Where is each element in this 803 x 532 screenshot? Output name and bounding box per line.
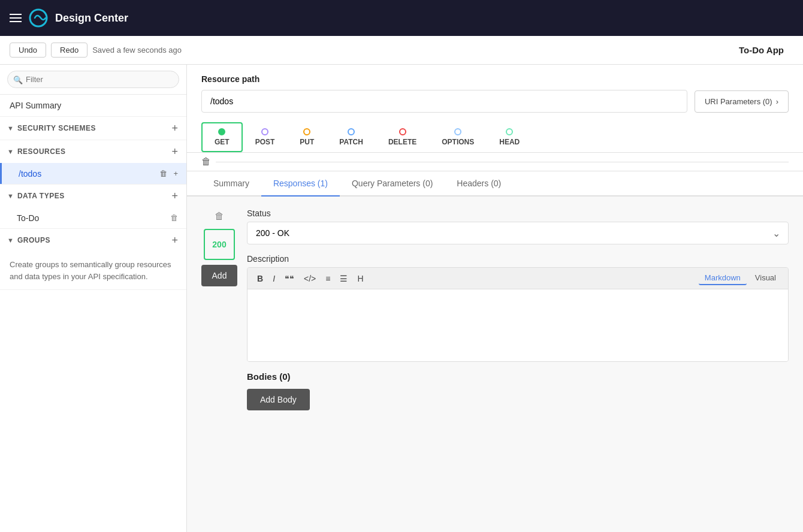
tabs-row: Summary Responses (1) Query Parameters (… xyxy=(187,171,803,197)
filter-area: 🔍 xyxy=(0,65,186,95)
filter-input[interactable] xyxy=(7,71,179,88)
bodies-section: Bodies (0) Add Body xyxy=(247,371,789,410)
sidebar-section-resources: ▼ RESOURCES + /todos 🗑 + xyxy=(0,140,186,185)
put-dot-icon xyxy=(303,128,310,135)
get-label: GET xyxy=(215,138,230,146)
sidebar-section-data-types-header[interactable]: ▼ DATA TYPES + xyxy=(0,185,186,207)
response-status-badge: 200 xyxy=(204,229,235,260)
groups-chevron-icon: ▼ xyxy=(7,237,14,244)
italic-button[interactable]: I xyxy=(269,272,279,285)
sidebar-item-todo[interactable]: To-Do 🗑 xyxy=(0,207,186,228)
toolbar: Undo Redo Saved a few seconds ago To-Do … xyxy=(0,36,803,65)
visual-tab[interactable]: Visual xyxy=(749,271,782,285)
method-options-button[interactable]: OPTIONS xyxy=(429,123,487,152)
security-chevron-icon: ▼ xyxy=(7,125,14,132)
sidebar-section-security: ▼ SECURITY SCHEMES + xyxy=(0,117,186,140)
sidebar-section-groups: ▼ GROUPS + Create groups to semantically… xyxy=(0,229,186,290)
response-delete-button[interactable]: 🗑 xyxy=(212,208,227,224)
app-name: To-Do App xyxy=(739,45,784,55)
sidebar-section-security-header[interactable]: ▼ SECURITY SCHEMES + xyxy=(0,117,186,140)
redo-button[interactable]: Redo xyxy=(51,43,87,58)
method-post-button[interactable]: POST xyxy=(243,123,288,152)
tab-summary[interactable]: Summary xyxy=(201,171,261,197)
resources-section-title: RESOURCES xyxy=(17,147,167,156)
groups-add-button[interactable]: + xyxy=(170,235,179,246)
filter-search-icon: 🔍 xyxy=(13,75,23,84)
response-sidebar: 🗑 200 Add xyxy=(201,208,237,520)
add-response-button[interactable]: Add xyxy=(201,265,237,286)
options-label: OPTIONS xyxy=(442,138,474,146)
groups-desc-text: Create groups to semantically group reso… xyxy=(10,260,171,281)
status-label: Status xyxy=(247,208,789,218)
bold-button[interactable]: B xyxy=(253,272,267,285)
groups-section-title: GROUPS xyxy=(17,236,167,244)
tab-responses-label: Responses (1) xyxy=(273,179,328,188)
method-put-button[interactable]: PUT xyxy=(287,123,327,152)
description-label: Description xyxy=(247,254,789,264)
tab-headers[interactable]: Headers (0) xyxy=(445,171,513,197)
sidebar-item-todos[interactable]: /todos 🗑 + xyxy=(0,163,186,184)
todo-delete-button[interactable]: 🗑 xyxy=(169,212,179,223)
tab-summary-label: Summary xyxy=(213,179,249,188)
data-types-chevron-icon: ▼ xyxy=(7,192,14,200)
get-dot-icon xyxy=(218,128,225,135)
svg-point-0 xyxy=(30,10,47,26)
status-group: Status 200 - OK xyxy=(247,208,789,244)
tab-query-params[interactable]: Query Parameters (0) xyxy=(340,171,445,197)
todos-delete-button[interactable]: 🗑 xyxy=(158,168,168,179)
resource-path-row: URI Parameters (0) › xyxy=(201,90,789,113)
post-dot-icon xyxy=(261,128,268,135)
bodies-title: Bodies (0) xyxy=(247,371,789,382)
undo-button[interactable]: Undo xyxy=(10,43,46,58)
head-label: HEAD xyxy=(499,138,520,146)
head-dot-icon xyxy=(506,128,513,135)
add-body-button[interactable]: Add Body xyxy=(247,389,310,410)
main-content: Resource path URI Parameters (0) › GET P… xyxy=(187,65,803,532)
method-delete-button[interactable]: DELETE xyxy=(376,123,429,152)
todos-add-button[interactable]: + xyxy=(172,168,179,179)
options-dot-icon xyxy=(454,128,461,135)
sidebar-section-groups-header[interactable]: ▼ GROUPS + xyxy=(0,229,186,252)
divider-row: 🗑 xyxy=(187,153,803,171)
delete-method-button[interactable]: 🗑 xyxy=(201,156,211,167)
data-types-section-title: DATA TYPES xyxy=(17,192,167,200)
response-form: Status 200 - OK Description B I ❝❝ xyxy=(247,208,789,520)
description-editor: B I ❝❝ </> ≡ ☰ H Markdown Visual xyxy=(247,267,789,362)
main-layout: 🔍 API Summary ▼ SECURITY SCHEMES + ▼ RES… xyxy=(0,65,803,532)
todos-label: /todos xyxy=(19,169,158,179)
tab-headers-label: Headers (0) xyxy=(457,179,501,188)
method-get-button[interactable]: GET xyxy=(201,122,243,152)
menu-icon[interactable] xyxy=(10,14,22,22)
app-title: Design Center xyxy=(55,12,128,25)
tab-responses[interactable]: Responses (1) xyxy=(261,171,340,197)
topbar: Design Center xyxy=(0,0,803,36)
sidebar-item-api-summary[interactable]: API Summary xyxy=(0,95,186,117)
method-patch-button[interactable]: PATCH xyxy=(327,123,376,152)
sidebar-section-data-types: ▼ DATA TYPES + To-Do 🗑 xyxy=(0,185,186,229)
data-types-add-button[interactable]: + xyxy=(170,191,179,201)
markdown-tab[interactable]: Markdown xyxy=(699,271,747,285)
resources-chevron-icon: ▼ xyxy=(7,148,14,155)
status-select[interactable]: 200 - OK xyxy=(247,222,789,244)
sidebar-section-resources-header[interactable]: ▼ RESOURCES + xyxy=(0,140,186,163)
put-label: PUT xyxy=(300,138,314,146)
api-summary-label: API Summary xyxy=(10,101,61,110)
method-head-button[interactable]: HEAD xyxy=(487,123,532,152)
resources-add-button[interactable]: + xyxy=(170,146,179,157)
code-button[interactable]: </> xyxy=(300,272,319,285)
todos-actions: 🗑 + xyxy=(158,168,179,179)
tab-query-params-label: Query Parameters (0) xyxy=(352,179,433,188)
uri-params-button[interactable]: URI Parameters (0) › xyxy=(695,90,789,113)
logo-icon xyxy=(29,8,48,28)
patch-dot-icon xyxy=(348,128,355,135)
resource-path-input[interactable] xyxy=(201,90,687,113)
resource-path-label: Resource path xyxy=(201,74,789,84)
description-body[interactable] xyxy=(247,289,788,361)
quote-button[interactable]: ❝❝ xyxy=(281,272,298,285)
ordered-list-button[interactable]: ≡ xyxy=(322,272,334,285)
uri-params-chevron-icon: › xyxy=(776,97,778,106)
unordered-list-button[interactable]: ☰ xyxy=(336,272,351,285)
security-section-title: SECURITY SCHEMES xyxy=(17,124,167,132)
heading-button[interactable]: H xyxy=(354,272,367,285)
security-add-button[interactable]: + xyxy=(170,123,179,134)
